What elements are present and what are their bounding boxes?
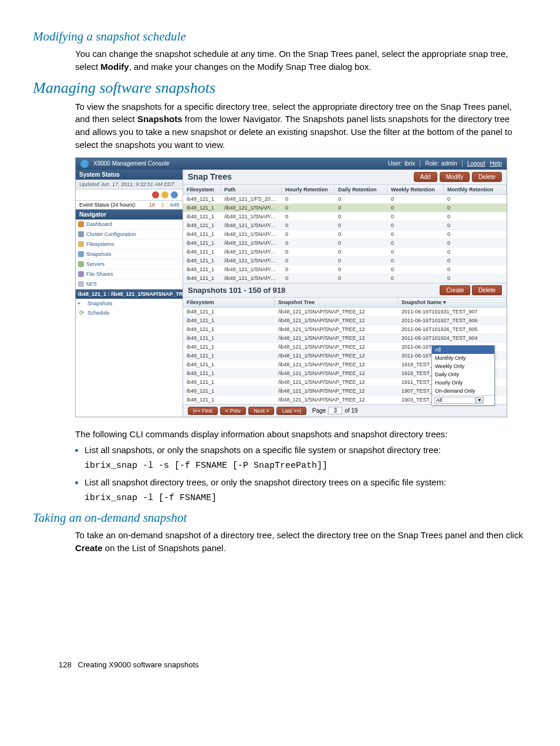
cell-fs: ib48_121_1	[183, 274, 221, 282]
navigator-list: Dashboard Cluster Configuration Filesyst…	[76, 220, 183, 289]
add-button[interactable]: Add	[414, 172, 437, 182]
col-filesystem[interactable]: Filesystem	[183, 185, 221, 194]
cell-snap-tree: /ib48_121_1/SNAP/SNAP_TREE_12	[275, 308, 398, 316]
snaptree-row[interactable]: ib48_121_1/ib48_121_1/FS_204/regr...0000	[183, 195, 507, 204]
col-monthly[interactable]: Monthly Retention	[444, 185, 507, 194]
nav-snapshots[interactable]: Snapshots	[76, 249, 183, 259]
snaptree-row[interactable]: ib48_121_1/ib48_121_1/SNAP/SNAP_...0000	[183, 204, 507, 212]
cell-path: /ib48_121_1/SNAP/SNAP_...	[221, 248, 282, 256]
snaptree-row[interactable]: ib48_121_1/ib48_121_1/SNAP/SNAP_...0000	[183, 230, 507, 239]
nav-servers[interactable]: Servers	[76, 259, 183, 269]
filter-option-monthly[interactable]: Monthly Only	[432, 354, 494, 362]
cell-snap-name: 2011-06-16T101924_TEST_904	[398, 334, 507, 342]
snaptrees-body: ib48_121_1/ib48_121_1/FS_204/regr...0000…	[183, 195, 507, 283]
info-icon	[171, 191, 178, 198]
para-modifying: You can change the snapshot schedule at …	[75, 48, 525, 73]
lower-nav-schedule[interactable]: Schedule	[76, 308, 183, 318]
cell-snap-tree: /ib48_121_1/SNAP/SNAP_TREE_12	[275, 378, 398, 386]
cell-hr: 0	[282, 195, 335, 203]
col-weekly[interactable]: Weekly Retention	[387, 185, 444, 194]
user-label: User:	[388, 158, 402, 170]
nav-cluster-config[interactable]: Cluster Configuration	[76, 229, 183, 239]
filter-option-all[interactable]: All	[432, 346, 494, 354]
snaptree-row[interactable]: ib48_121_1/ib48_121_1/SNAP/SNAP_...0000	[183, 212, 507, 221]
cell-snap-fs: ib48_121_1	[183, 387, 275, 395]
pager-next[interactable]: Next >	[248, 407, 274, 415]
snaptree-row[interactable]: ib48_121_1/ib48_121_1/SNAP/SNAP_...0000	[183, 248, 507, 256]
cell-fs: ib48_121_1	[183, 195, 221, 203]
snaptree-row[interactable]: ib48_121_1/ib48_121_1/SNAP/SNAP_...0000	[183, 221, 507, 230]
heading-modifying: Modifying a snapshot schedule	[33, 29, 525, 44]
snapshots-thead: Filesystem Snapshot Tree Snapshot Name ▾	[183, 298, 507, 308]
filter-option-ondemand[interactable]: On-demand Only	[432, 387, 494, 395]
lower-nav-snapshots[interactable]: Snapshots	[76, 299, 183, 308]
cell-dr: 0	[335, 265, 387, 274]
left-column: System Status Updated Jun. 17, 2011, 9:3…	[76, 170, 183, 417]
nav-nfs[interactable]: NFS	[76, 279, 183, 289]
snapshot-row[interactable]: ib48_121_1/ib48_121_1/SNAP/SNAP_TREE_122…	[183, 308, 507, 316]
snapshot-row[interactable]: ib48_121_1/ib48_121_1/SNAP/SNAP_TREE_122…	[183, 325, 507, 334]
cell-snap-tree: /ib48_121_1/SNAP/SNAP_TREE_12	[275, 343, 398, 351]
snapshots-body-wrap: ib48_121_1/ib48_121_1/SNAP/SNAP_TREE_122…	[183, 308, 507, 404]
text: , and make your changes on the Modify Sn…	[129, 62, 372, 72]
col-hourly[interactable]: Hourly Retention	[282, 185, 335, 194]
app-title: X9000 Management Console	[93, 158, 170, 170]
create-button[interactable]: Create	[440, 285, 470, 295]
cell-path: /ib48_121_1/SNAP/SNAP_...	[221, 274, 282, 282]
filter-option-daily[interactable]: Daily Only	[432, 370, 494, 379]
cell-hr: 0	[282, 248, 335, 256]
col-snap-tree[interactable]: Snapshot Tree	[275, 298, 398, 307]
filter-option-hourly[interactable]: Hourly Only	[432, 379, 494, 387]
snapshot-row[interactable]: ib48_121_1/ib48_121_1/SNAP/SNAP_TREE_122…	[183, 334, 507, 343]
cell-mr: 0	[444, 256, 507, 265]
nav-filesystems[interactable]: Filesystems	[76, 239, 183, 249]
pager-first[interactable]: |<< First	[188, 407, 218, 415]
cell-path: /ib48_121_1/SNAP/SNAP_...	[221, 265, 282, 274]
cell-dr: 0	[335, 204, 387, 212]
col-daily[interactable]: Daily Retention	[335, 185, 387, 194]
cell-fs: ib48_121_1	[183, 256, 221, 265]
pager-last[interactable]: Last >>|	[276, 407, 306, 415]
cell-mr: 0	[444, 221, 507, 229]
snaptree-row[interactable]: ib48_121_1/ib48_121_1/SNAP/SNAP_...0000	[183, 256, 507, 265]
list-item-snap-list: List all snapshots, or only the snapshot…	[85, 444, 525, 472]
info-count: 648	[170, 202, 179, 208]
snaptree-row[interactable]: ib48_121_1/ib48_121_1/SNAP/SNAP_...0000	[183, 274, 507, 283]
user-value: ibrix	[404, 158, 415, 170]
filter-dropdown-toggle-icon[interactable]: ▾	[475, 397, 484, 404]
col-snap-name[interactable]: Snapshot Name ▾	[398, 298, 507, 307]
snapshot-row[interactable]: ib48_121_1/ib48_121_1/SNAP/SNAP_TREE_122…	[183, 316, 507, 325]
filter-input[interactable]	[434, 397, 475, 404]
heading-ondemand: Taking an on-demand snapshot	[33, 511, 525, 525]
text: on the List of Snapshots panel.	[103, 543, 226, 553]
modify-button[interactable]: Modify	[440, 172, 470, 182]
delete-button[interactable]: Delete	[472, 172, 502, 182]
filter-dropdown[interactable]: All Monthly Only Weekly Only Daily Only …	[431, 345, 495, 406]
snaptrees-header: Snap Trees Add Modify Delete	[183, 170, 507, 185]
para-managing: To view the snapshots for a specific dir…	[75, 100, 525, 151]
cell-snap-name: 2011-06-16T101926_TEST_905	[398, 325, 507, 333]
nav-dashboard[interactable]: Dashboard	[76, 220, 183, 229]
cell-hr: 0	[282, 256, 335, 265]
snaptree-row[interactable]: ib48_121_1/ib48_121_1/SNAP/SNAP_...0000	[183, 239, 507, 248]
pager-page-input[interactable]	[328, 407, 342, 414]
snaptree-row[interactable]: ib48_121_1/ib48_121_1/SNAP/SNAP_...0000	[183, 265, 507, 274]
help-link[interactable]: Help	[490, 158, 502, 170]
pager-prev[interactable]: < Prev	[220, 407, 246, 415]
col-path[interactable]: Path	[221, 185, 282, 194]
cell-path: /ib48_121_1/FS_204/regr...	[221, 195, 282, 203]
cell-mr: 0	[444, 212, 507, 221]
page-footer: 128 Creating X9000 software snapshots	[33, 660, 525, 681]
logout-link[interactable]: Logout	[467, 158, 485, 170]
delete-snapshot-button[interactable]: Delete	[472, 285, 502, 295]
para-ondemand: To take an on-demand snapshot of a direc…	[75, 529, 525, 555]
nav-file-shares[interactable]: File Shares	[76, 269, 183, 279]
col-snap-filesystem[interactable]: Filesystem	[183, 298, 275, 307]
cell-dr: 0	[335, 256, 387, 265]
event-status-label: Event Status (24 hours):	[79, 202, 136, 208]
snaptrees-title: Snap Trees	[188, 172, 232, 181]
pager-of: of 19	[345, 407, 357, 414]
cell-snap-fs: ib48_121_1	[183, 360, 275, 369]
filter-option-weekly[interactable]: Weekly Only	[432, 362, 494, 370]
snapshots-header: Snapshots 101 - 150 of 918 Create Delete	[183, 283, 507, 298]
